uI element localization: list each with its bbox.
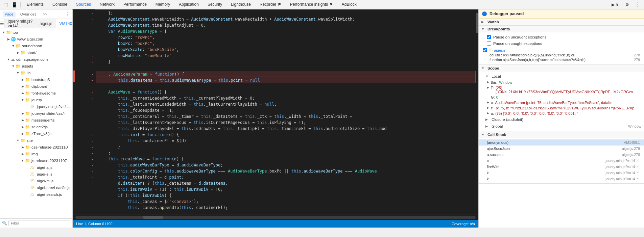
tree-item-lib[interactable]: ▼ 📁 lib: [0, 70, 72, 76]
bp-entry-1[interactable]: gei.util.clickFn=function(a,b,c){$(a).un…: [483, 53, 640, 57]
tab-notifications[interactable]: ▶ 5: [608, 0, 621, 9]
tree-item-bootstrap[interactable]: ▶ 📁 bootstrap3: [0, 76, 72, 83]
page-tab[interactable]: Page: [3, 11, 16, 17]
folder-icon-bootstrap: 📁: [25, 77, 30, 82]
scope-E-expand[interactable]: ▶: [487, 86, 491, 89]
scope-c-expand[interactable]: ▶: [487, 101, 491, 104]
callstack-item-3[interactable]: c jquery.min.js?v=141:1: [479, 158, 644, 164]
pause-uncaught-input[interactable]: [487, 35, 491, 39]
callstack-header[interactable]: ▼ Call Stack: [479, 131, 644, 138]
tab-security[interactable]: Security: [204, 0, 226, 9]
bp-entry-2[interactable]: function ajaxSuccJson(a,b,c,e){"success"…: [483, 58, 640, 62]
vertical-scrollbar[interactable]: [476, 9, 478, 214]
tab-lighthouse[interactable]: Lighthouse: [227, 0, 255, 9]
scope-global-label: Global: [492, 124, 503, 128]
tree-item-cdn[interactable]: ▼ ☁ cdn-sqn.aigei.com: [0, 56, 72, 63]
tree-item-short[interactable]: ▶ 📁 short/: [0, 49, 72, 56]
scope-closure-header[interactable]: ▶ Closure (audioInit): [479, 116, 644, 123]
tree-label-jquerymin: jquery.min.js?v=1...: [37, 105, 70, 109]
tree-item-jqueryui[interactable]: ▶ 📁 jqueryui-slider/css/r: [0, 110, 72, 117]
callstack-item-0[interactable]: (anonymous) VM1408:1: [479, 139, 644, 146]
tab-perf-insights[interactable]: Performance insights ⚑: [286, 0, 337, 9]
tree-item-aigeimjs[interactable]: JS aigei-m.js: [0, 178, 72, 184]
tree-item-jquerymin[interactable]: JS jquery.min.js?v=1...: [0, 103, 72, 110]
scope-this-key: this:: [491, 80, 498, 84]
tab-application[interactable]: Application: [175, 0, 203, 9]
overrides-tab[interactable]: Overrides: [18, 11, 39, 17]
tree-item-aigeiejs[interactable]: JS aigei-e.js: [0, 171, 72, 178]
tab-sources[interactable]: Sources: [72, 0, 95, 9]
file-tab-jquery[interactable]: jquery.min.js?v=141: [4, 19, 36, 28]
pause-uncaught-checkbox[interactable]: Pause on uncaught exceptions: [479, 34, 644, 40]
callstack-item-6[interactable]: k jquery.min.js?v=141:1: [479, 176, 644, 182]
scope-section-header[interactable]: ▼ Scope: [479, 65, 644, 72]
file-tab-aigei[interactable]: aigei.js: [36, 19, 56, 28]
inspect-icon[interactable]: ⬚: [1, 1, 9, 9]
scope-u-expand[interactable]: ▶: [487, 111, 491, 115]
tab-network[interactable]: Network: [96, 0, 119, 9]
tree-item-select2[interactable]: ▶ 📁 select2/js: [0, 124, 72, 130]
horizontal-scrollbar[interactable]: [73, 214, 478, 220]
callstack-item-2[interactable]: a.success aigei.js:278: [479, 152, 644, 158]
tree-item-sound-short[interactable]: ▼ 📁 sound/short: [0, 43, 72, 49]
more-options-icon[interactable]: ⋮: [633, 0, 643, 9]
scrollbar-thumb[interactable]: [476, 13, 478, 33]
tree-item-cssrelease[interactable]: ▶ 📁 css-release-2023110: [0, 144, 72, 151]
bp-file-checkbox[interactable]: [483, 48, 487, 52]
tab-console[interactable]: Console: [48, 0, 71, 9]
tree-item-aigei-domain[interactable]: ▶ 🌐 www.aigei.com: [0, 36, 72, 43]
tree-item-site[interactable]: ▼ 📁 site: [0, 137, 72, 144]
callstack-item-1[interactable]: ajaxSuccJson aigei.js:279: [479, 146, 644, 152]
tree-label-fontawesome: font-awesome: [31, 91, 56, 95]
search-input[interactable]: [8, 220, 70, 226]
diff-indicator: - - - - - - - - - - - - - - - - - - -: [89, 9, 96, 214]
scroll-thumb[interactable]: [143, 216, 163, 219]
tree-item-clipboard[interactable]: ▶ 📁 clipboard: [0, 83, 72, 90]
tab-performance[interactable]: Performance: [119, 0, 151, 9]
file-icon-aigeiajs: JS: [30, 165, 34, 170]
tree-item-fontawesome[interactable]: ▶ 📁 font-awesome: [0, 90, 72, 97]
tree-item-assets[interactable]: ▼ 📁 assets: [0, 63, 72, 70]
tree-item-aigei-search[interactable]: JS aigei-search.js: [0, 191, 72, 198]
tree-arrow-bootstrap: ▶: [20, 78, 25, 81]
breakpoints-section-header[interactable]: ▼ Breakpoints: [479, 26, 644, 32]
breakpoint-file-row[interactable]: JS aigei.js: [483, 48, 640, 52]
file-tab-vm[interactable]: VM1408 ✕: [56, 19, 73, 28]
scope-this-val: Window: [499, 80, 512, 84]
device-icon[interactable]: 📱: [10, 1, 18, 9]
tree-item-aigeiajs[interactable]: JS aigei-a.js: [0, 164, 72, 171]
tree-item-top[interactable]: ▼ 📁 top: [0, 29, 72, 36]
callstack-item-5[interactable]: k jquery.min.js?v=141:1: [479, 170, 644, 176]
watch-section-header[interactable]: ▶ Watch: [479, 19, 644, 25]
scroll-track[interactable]: [75, 216, 476, 219]
tree-item-jquery[interactable]: ▼ 📁 jquery: [0, 97, 72, 103]
tab-memory[interactable]: Memory: [151, 0, 174, 9]
scope-local-header[interactable]: ▼ Local: [479, 73, 644, 80]
tab-recorder[interactable]: Recorder ⚑: [256, 0, 285, 9]
tree-item-jsrelease[interactable]: ▼ 📁 js-release-20231107: [0, 157, 72, 164]
callstack-item-4[interactable]: fireWith jquery.min.js?v=141:1: [479, 164, 644, 170]
code-area[interactable]: - - - - - - - - - - - - - - - - - - -: [73, 9, 478, 214]
more-tabs[interactable]: >>: [41, 11, 49, 17]
code-line-32: this._canvas = $("<canvas>");: [96, 199, 476, 205]
watch-label: Watch: [487, 20, 499, 24]
tree-label-messenger: messenger/js: [31, 118, 54, 122]
pause-caught-checkbox[interactable]: Pause on caught exceptions: [479, 40, 644, 47]
tree-item-ztree[interactable]: ▶ 📁 zTree_v3/js: [0, 130, 72, 137]
tree-label-sound-short: sound/short: [22, 44, 42, 48]
tree-item-messenger[interactable]: ▶ 📁 messenger/js: [0, 117, 72, 124]
code-content[interactable]: }; AudioWaveConstant.waveUnitWidth = Aud…: [96, 9, 476, 214]
scope-E-val: (25) ['Y0NzL21XbHd1YkZ3S3orWmFYQjVzWEFyU…: [496, 86, 636, 94]
scope-global-header[interactable]: ▶ Global Window: [479, 123, 644, 130]
scope-this-expand[interactable]: ▶: [487, 80, 491, 84]
tab-elements[interactable]: Elements: [23, 0, 48, 9]
settings-icon[interactable]: ⚙: [622, 0, 633, 9]
scope-r-expand[interactable]: ▶: [487, 106, 491, 109]
debugger-paused-label: Debugger paused: [490, 11, 524, 16]
toggle-sidebar-icon[interactable]: ☰: [0, 19, 4, 28]
panel-more-icon[interactable]: ⋮: [66, 12, 70, 17]
pause-caught-input[interactable]: [487, 41, 491, 46]
tree-item-img[interactable]: ▶ 📁 img: [0, 151, 72, 157]
tab-adblock[interactable]: AdBlock: [338, 0, 361, 9]
tree-item-aigeiprev[interactable]: JS aigei-prevLoadJs.js: [0, 184, 72, 191]
